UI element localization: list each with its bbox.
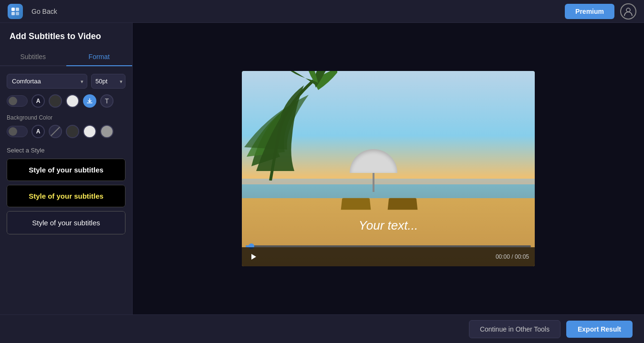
svg-rect-0 (11, 8, 15, 11)
bg-text-a-swatch[interactable]: A (31, 125, 45, 138)
select-style-label: Select a Style (7, 147, 125, 154)
video-area: Your text... (133, 23, 644, 314)
text-color-row: A T (7, 94, 125, 108)
video-thumbnail: Your text... (242, 71, 535, 266)
svg-rect-3 (16, 12, 19, 15)
size-select[interactable]: 40pt 50pt 60pt (91, 74, 125, 89)
style2-text: Style of your subtitles (29, 192, 104, 200)
svg-point-4 (626, 8, 630, 12)
bg-color-label: Background Color (7, 114, 125, 121)
premium-button[interactable]: Premium (565, 4, 614, 19)
size-select-wrapper: 40pt 50pt 60pt (91, 74, 125, 89)
style-option-3[interactable]: Style of your subtitles (7, 211, 125, 234)
time-display: 00:00 / 00:05 (496, 253, 529, 260)
font-select-wrapper: Comfortaa Arial Roboto (7, 74, 87, 89)
tab-subtitles[interactable]: Subtitles (0, 48, 66, 66)
top-bar-right: Premium (565, 3, 636, 20)
main-content: Add Subtitles to Video Subtitles Format … (0, 23, 644, 314)
bg-light-swatch[interactable] (83, 125, 96, 138)
time-total: 00:05 (515, 253, 529, 260)
top-bar: Go Back Premium (0, 0, 644, 23)
export-button[interactable]: Export Result (566, 321, 633, 338)
app-logo (8, 4, 23, 19)
play-button[interactable] (248, 251, 259, 262)
subtitle-text: Your text... (359, 218, 418, 232)
time-separator: / (511, 253, 515, 260)
svg-rect-2 (11, 12, 15, 15)
time-current: 00:00 (496, 253, 510, 260)
svg-marker-5 (251, 254, 256, 260)
style1-text: Style of your subtitles (29, 166, 104, 174)
user-avatar[interactable] (620, 3, 636, 20)
sidebar-title: Add Subtitles to Video (0, 23, 132, 48)
text-color-toggle[interactable] (7, 95, 28, 107)
font-row: Comfortaa Arial Roboto 40pt 50pt 60pt (7, 74, 125, 89)
svg-rect-1 (16, 8, 19, 11)
white-color-swatch[interactable] (66, 94, 79, 108)
video-controls: 00:00 / 00:05 (242, 247, 535, 266)
beach-chair-right (388, 198, 418, 210)
continue-button[interactable]: Continue in Other Tools (469, 320, 561, 338)
beach-umbrella (350, 149, 397, 192)
video-container: Your text... (242, 71, 535, 266)
controls-area: Comfortaa Arial Roboto 40pt 50pt 60pt (0, 74, 132, 238)
bottom-bar: Continue in Other Tools Export Result (0, 314, 644, 343)
bg-gray-swatch[interactable] (100, 125, 114, 138)
beach-chair-left (341, 198, 371, 210)
bg-color-toggle[interactable] (7, 126, 28, 137)
style-option-1[interactable]: Style of your subtitles (7, 159, 125, 181)
bg-color-row: A (7, 125, 125, 138)
tab-format[interactable]: Format (66, 48, 133, 66)
bg-dark-swatch[interactable] (66, 125, 79, 138)
sidebar: Add Subtitles to Video Subtitles Format … (0, 23, 133, 314)
top-bar-left: Go Back (8, 4, 61, 19)
tabs: Subtitles Format (0, 48, 132, 66)
text-style-icon[interactable]: T (100, 94, 114, 108)
toggle-knob (9, 97, 17, 105)
dark-color-swatch[interactable] (49, 94, 62, 108)
font-select[interactable]: Comfortaa Arial Roboto (7, 74, 87, 89)
no-bg-swatch[interactable] (49, 125, 62, 138)
style-option-2[interactable]: Style of your subtitles (7, 185, 125, 207)
subtitle-overlay: Your text... (242, 218, 535, 233)
style3-text: Style of your subtitles (31, 218, 101, 227)
blue-active-swatch[interactable] (83, 94, 96, 108)
text-a-swatch[interactable]: A (31, 94, 45, 108)
go-back-button[interactable]: Go Back (28, 6, 61, 17)
bg-toggle-knob (9, 127, 17, 136)
